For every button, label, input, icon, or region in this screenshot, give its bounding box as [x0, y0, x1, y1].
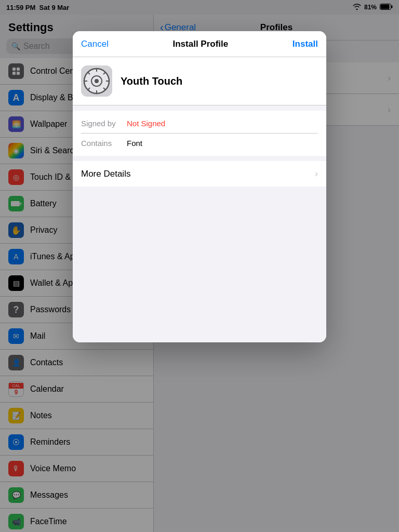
install-button[interactable]: Install	[292, 39, 318, 49]
modal-overlay: Cancel Install Profile Install Youth Tou…	[0, 0, 399, 532]
modal-profile-section: Youth Touch	[73, 57, 326, 105]
modal-header: Cancel Install Profile Install	[73, 31, 326, 57]
signed-by-row: Signed by Not Signed	[81, 117, 318, 130]
more-details-label: More Details	[81, 169, 130, 179]
contains-row: Contains Font	[81, 137, 318, 150]
modal-details-section: Signed by Not Signed Contains Font	[73, 111, 326, 156]
install-profile-modal: Cancel Install Profile Install Youth Tou…	[73, 31, 326, 342]
contains-value: Font	[127, 139, 142, 148]
modal-content-area	[73, 187, 326, 342]
modal-profile-icon	[81, 65, 112, 97]
signed-by-value: Not Signed	[127, 119, 165, 128]
detail-divider	[81, 133, 318, 134]
signed-by-label: Signed by	[81, 119, 123, 128]
svg-point-16	[95, 79, 99, 83]
more-details-chevron-icon: ›	[315, 168, 318, 179]
more-details-section[interactable]: More Details ›	[73, 161, 326, 187]
modal-profile-name: Youth Touch	[121, 75, 182, 87]
modal-title: Install Profile	[173, 39, 229, 49]
cancel-button[interactable]: Cancel	[81, 39, 109, 49]
contains-label: Contains	[81, 139, 123, 148]
